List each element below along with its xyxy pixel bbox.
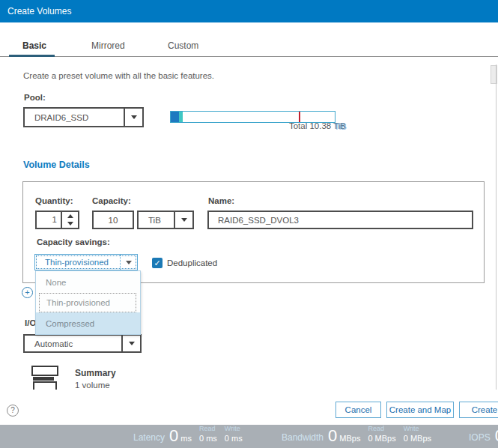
pool-capacity-total-unit: TiB: [333, 121, 346, 130]
io-group-arrow-button[interactable]: [121, 336, 140, 351]
pool-select-value: DRAID6_SSD: [25, 113, 124, 122]
add-volume-button[interactable]: +: [22, 287, 33, 298]
menu-item-compressed[interactable]: Compressed: [36, 312, 140, 334]
summary-heading: Summary: [75, 368, 116, 378]
capacity-new-segment: [179, 112, 183, 122]
tab-basic[interactable]: Basic: [22, 40, 46, 51]
bandwidth-label: Bandwidth: [282, 432, 324, 443]
volume-name-input[interactable]: RAID6_SSD_DVOL3: [207, 211, 473, 229]
scrollbar-track: [496, 64, 497, 390]
question-mark-icon: ?: [10, 407, 15, 414]
pool-capacity-total-text: Total 10.38: [289, 121, 331, 130]
dialog-titlebar: Create Volumes: [0, 0, 498, 22]
name-label: Name:: [208, 196, 234, 205]
capacity-unit-value: TiB: [139, 216, 174, 225]
latency-write-value: 0 ms: [225, 434, 243, 443]
bandwidth-write-value: 0 MBps: [404, 434, 431, 443]
dialog-title: Create Volumes: [7, 6, 71, 16]
chevron-down-icon: [181, 218, 187, 222]
menu-item-none[interactable]: None: [36, 271, 140, 293]
volume-stack-icon-top: [31, 366, 58, 376]
capacity-label: Capacity:: [92, 196, 131, 205]
check-icon: ✓: [154, 258, 160, 268]
capacity-savings-select[interactable]: Thin-provisioned: [34, 254, 138, 270]
deduplicated-label: Deduplicated: [167, 258, 217, 267]
active-tab-underline: [9, 55, 55, 57]
pool-select-arrow-button[interactable]: [124, 109, 142, 126]
iops-label: IOPS: [469, 432, 491, 443]
capacity-savings-menu: None Thin-provisioned Compressed: [35, 270, 141, 335]
performance-status-bar: Latency 0 ms Read 0 ms Write 0 ms Bandwi…: [0, 425, 498, 448]
chevron-down-icon: [129, 342, 135, 345]
latency-read-label: Read: [199, 425, 216, 432]
volume-stack-icon-band: [33, 377, 54, 381]
help-button[interactable]: ?: [7, 405, 19, 417]
capacity-threshold-marker: [299, 112, 300, 122]
intro-text: Create a preset volume with all the basi…: [23, 71, 214, 80]
io-group-value: Automatic: [25, 339, 121, 348]
capacity-savings-label: Capacity savings:: [37, 237, 110, 246]
menu-item-thin-provisioned[interactable]: Thin-provisioned: [39, 293, 136, 312]
latency-unit: ms: [180, 434, 192, 443]
quantity-decrement-button[interactable]: [62, 220, 78, 228]
quantity-stepper[interactable]: 1: [35, 211, 79, 229]
bandwidth-write-label: Write: [404, 425, 419, 432]
latency-write-label: Write: [225, 425, 240, 432]
latency-label: Latency: [133, 432, 165, 443]
latency-value: 0: [169, 429, 178, 443]
latency-stats: Latency 0 ms Read 0 ms Write 0 ms: [133, 425, 243, 448]
tab-custom[interactable]: Custom: [168, 40, 198, 51]
iops-value: 0: [495, 429, 498, 443]
tabs-divider: [0, 56, 498, 57]
capacity-input[interactable]: 10: [92, 211, 134, 229]
capacity-savings-arrow-button[interactable]: [120, 255, 137, 270]
plus-icon: +: [25, 288, 29, 297]
capacity-unit-arrow-button[interactable]: [174, 212, 192, 228]
capacity-savings-value: Thin-provisioned: [35, 255, 120, 270]
bandwidth-stats: Bandwidth 0 MBps Read 0 MBps Write 0 MBp…: [282, 425, 431, 448]
chevron-down-icon: [126, 261, 132, 264]
pool-select[interactable]: DRAID6_SSD: [23, 107, 144, 127]
tab-mirrored[interactable]: Mirrored: [91, 40, 125, 51]
chevron-down-icon: [131, 115, 137, 119]
iops-stats: IOPS 0: [469, 425, 498, 448]
create-and-map-button[interactable]: Create and Map: [386, 402, 454, 418]
bandwidth-unit: MBps: [339, 434, 360, 443]
capacity-unit-select[interactable]: TiB: [137, 211, 194, 229]
create-volumes-dialog: Create Volumes Basic Mirrored Custom Cre…: [0, 0, 498, 448]
capacity-used-segment: [171, 112, 179, 122]
quantity-increment-button[interactable]: [62, 212, 78, 220]
pool-capacity-total: Total 10.38 TiB: [225, 121, 346, 130]
pool-label: Pool:: [24, 93, 46, 102]
bandwidth-read-value: 0 MBps: [368, 434, 395, 443]
latency-read-value: 0 ms: [199, 434, 217, 443]
summary-volume-count: 1 volume: [75, 381, 110, 390]
dialog-footer: ? Cancel Create and Map Create: [0, 390, 498, 425]
quantity-value[interactable]: 1: [37, 212, 61, 228]
create-button[interactable]: Create: [459, 402, 498, 418]
io-group-select[interactable]: Automatic: [23, 334, 142, 353]
chevron-down-icon: [67, 222, 73, 225]
quantity-label: Quantity:: [35, 196, 73, 205]
cancel-button[interactable]: Cancel: [335, 402, 381, 418]
chevron-up-icon: [67, 214, 73, 218]
bandwidth-read-label: Read: [368, 425, 384, 432]
deduplicated-checkbox[interactable]: ✓: [152, 258, 163, 268]
volume-details-heading: Volume Details: [23, 160, 90, 170]
bandwidth-value: 0: [328, 429, 337, 443]
